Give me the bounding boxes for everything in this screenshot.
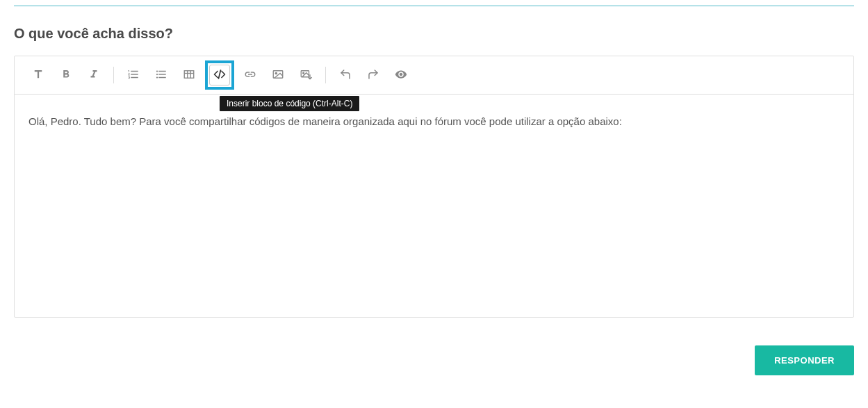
image-upload-icon bbox=[300, 68, 312, 83]
editor-content[interactable]: Olá, Pedro. Tudo bem? Para você comparti… bbox=[15, 95, 853, 317]
top-divider bbox=[14, 6, 854, 6]
table-icon bbox=[183, 68, 195, 83]
toolbar-separator bbox=[113, 67, 114, 83]
code-icon bbox=[213, 68, 226, 83]
undo-button[interactable] bbox=[335, 65, 356, 85]
unordered-list-button[interactable] bbox=[151, 65, 172, 85]
undo-icon bbox=[339, 68, 352, 83]
footer-actions: RESPONDER bbox=[14, 345, 854, 375]
bold-button[interactable] bbox=[56, 65, 76, 85]
editor-container: Inserir bloco de código (Ctrl-Alt-C) bbox=[14, 56, 854, 318]
image-icon bbox=[272, 68, 284, 83]
image-upload-button[interactable] bbox=[295, 65, 316, 85]
link-button[interactable] bbox=[240, 65, 261, 85]
svg-rect-0 bbox=[184, 70, 194, 78]
unordered-list-icon bbox=[155, 68, 167, 83]
toolbar-separator bbox=[325, 67, 326, 83]
redo-icon bbox=[367, 68, 379, 83]
svg-line-4 bbox=[219, 70, 221, 79]
redo-button[interactable] bbox=[363, 65, 384, 85]
table-button[interactable] bbox=[179, 65, 199, 85]
text-icon bbox=[32, 68, 44, 83]
svg-point-6 bbox=[275, 72, 277, 74]
ordered-list-button[interactable] bbox=[123, 65, 144, 85]
ordered-list-icon bbox=[127, 68, 140, 83]
preview-button[interactable] bbox=[391, 65, 411, 85]
bold-icon bbox=[60, 68, 72, 83]
eye-icon bbox=[395, 68, 407, 83]
svg-point-8 bbox=[303, 72, 304, 74]
code-block-tooltip: Inserir bloco de código (Ctrl-Alt-C) bbox=[220, 96, 359, 111]
submit-button[interactable]: RESPONDER bbox=[755, 345, 854, 375]
toolbar: Inserir bloco de código (Ctrl-Alt-C) bbox=[15, 56, 853, 95]
text-format-button[interactable] bbox=[28, 65, 49, 85]
code-block-button[interactable] bbox=[209, 65, 230, 85]
italic-button[interactable] bbox=[83, 65, 104, 85]
italic-icon bbox=[88, 68, 100, 83]
section-title: O que você acha disso? bbox=[14, 26, 854, 42]
code-block-highlight: Inserir bloco de código (Ctrl-Alt-C) bbox=[205, 60, 234, 90]
link-icon bbox=[244, 68, 256, 83]
image-button[interactable] bbox=[268, 65, 288, 85]
